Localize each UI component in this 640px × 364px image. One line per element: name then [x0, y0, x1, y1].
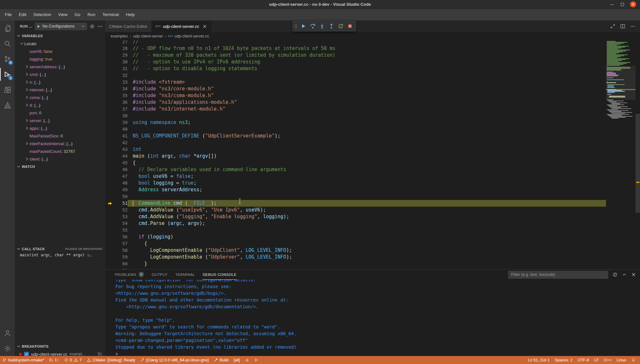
menu-view[interactable]: View [55, 9, 71, 21]
variable-server[interactable]: server: {...} [15, 117, 105, 124]
gutter-glyph-margin[interactable] [105, 92, 115, 99]
line-number[interactable]: 54 [115, 220, 128, 227]
scrollbar-slider[interactable] [636, 114, 640, 213]
activity-search[interactable] [0, 36, 15, 51]
activity-run-and-debug[interactable]: 1 [0, 67, 15, 82]
code-line-49[interactable]: 49 Address serverAddress; [105, 186, 606, 193]
code-line-32[interactable]: 32 [105, 72, 606, 79]
variable-n[interactable]: n: {...} [15, 78, 105, 86]
code-line-36[interactable]: 36#include "ns3/applications-module.h" [105, 99, 606, 106]
gutter-glyph-margin[interactable] [105, 59, 115, 65]
code-line-34[interactable]: 34#include "ns3/core-module.h" [105, 86, 606, 92]
gutter-glyph-margin[interactable] [105, 173, 115, 180]
status-encoding[interactable]: UTF-8 [575, 356, 591, 364]
status-git-branch[interactable]: buildsystem-cmake* [0, 356, 47, 364]
gutter-glyph-margin[interactable] [105, 40, 115, 45]
gutter-glyph-margin[interactable] [105, 126, 115, 133]
line-number[interactable]: 52 [115, 207, 128, 213]
line-number[interactable]: 34 [115, 86, 128, 92]
code-line-37[interactable]: 37#include "ns3/internet-module.h" [105, 106, 606, 112]
status-cmake-kit[interactable]: [Clang 12.0.0 x86_64-pc-linux-gnu] [138, 356, 211, 364]
code-line-41[interactable]: 41NS_LOG_COMPONENT_DEFINE ("UdpClientSer… [105, 133, 606, 139]
code-line-52[interactable]: 52 cmd.AddValue ("useIpv6", "Use Ipv6", … [105, 207, 606, 213]
breadcrumb-item-examples[interactable]: examples [111, 34, 128, 38]
gutter-glyph-margin[interactable] [105, 247, 115, 254]
line-number[interactable]: 27 [115, 40, 128, 45]
line-number[interactable]: 48 [115, 180, 128, 186]
debug-continue-button[interactable] [299, 22, 308, 31]
code-line-28[interactable]: 28// - UDP flow from n0 to n1 of 1024 by… [105, 45, 606, 52]
debug-step-out-button[interactable] [327, 22, 336, 31]
code-line-53[interactable]: 53 cmd.AddValue ("logging", "Enable logg… [105, 213, 606, 220]
code-line-30[interactable]: 30// - option to use IPv4 or IPv6 addres… [105, 59, 606, 65]
variable-maxpacketcount[interactable]: maxPacketCount: 32767 [15, 147, 105, 155]
gutter-glyph-margin[interactable] [105, 207, 115, 213]
gutter-glyph-margin[interactable] [105, 52, 115, 59]
clear-icon[interactable] [612, 272, 618, 277]
status-cmake-debug[interactable] [242, 356, 252, 364]
variable-cmd[interactable]: cmd: {...} [15, 70, 105, 78]
gutter-glyph-margin[interactable] [105, 180, 115, 186]
variable-client[interactable]: client: {...} [15, 155, 105, 163]
variable-d[interactable]: d: {...} [15, 101, 105, 109]
status-problems-status[interactable]: 07 [62, 356, 84, 364]
console-input-row[interactable]: > [115, 351, 640, 356]
line-number[interactable]: 39 [115, 119, 128, 126]
variable-csma[interactable]: csma: {...} [15, 94, 105, 101]
code-line-55[interactable]: 55 [105, 227, 606, 234]
line-number[interactable]: 36 [115, 99, 128, 106]
variables-section-header[interactable]: VARIABLES [15, 32, 105, 40]
status-cmake-target[interactable]: [all] [231, 356, 242, 364]
activity-cmake[interactable] [0, 97, 15, 113]
variables-scope-locals[interactable]: Locals [15, 40, 105, 47]
gutter-glyph-margin[interactable] [105, 112, 115, 119]
line-number[interactable]: 29 [115, 52, 128, 59]
breakpoint-checkbox[interactable] [24, 352, 29, 356]
gutter-glyph-margin[interactable] [105, 220, 115, 227]
code-line-50[interactable]: 50 [105, 193, 606, 200]
code-line-29[interactable]: 29// - maximum of 320 packets sent (or l… [105, 52, 606, 59]
gutter-glyph-margin[interactable] [105, 133, 115, 139]
debug-views-more-icon[interactable] [97, 24, 103, 29]
watch-section-header[interactable]: WATCH [15, 163, 105, 170]
panel-tab-terminal[interactable]: TERMINAL [175, 269, 195, 280]
close-button[interactable] [630, 1, 636, 7]
line-number[interactable]: 38 [115, 112, 128, 119]
gutter-glyph-margin[interactable] [105, 254, 115, 261]
line-number[interactable]: 44 [115, 153, 128, 160]
status-indentation[interactable]: Spaces: 2 [552, 356, 575, 364]
variable-serveraddress[interactable]: serverAddress: {...} [15, 63, 105, 70]
menu-file[interactable]: File [1, 9, 15, 21]
activity-explorer[interactable] [0, 21, 15, 36]
gutter-glyph-margin[interactable] [105, 261, 115, 267]
code-line-27[interactable]: 27// [105, 40, 606, 45]
code-line-59[interactable]: 59 LogComponentEnable ("UdpServer", LOG_… [105, 254, 606, 261]
line-number[interactable]: 47 [115, 173, 128, 180]
code-line-45[interactable]: 45{ [105, 160, 606, 166]
line-number[interactable]: 51 [115, 200, 128, 207]
gutter-glyph-margin[interactable] [105, 99, 115, 106]
code-line-54[interactable]: 54 cmd.Parse (argc, argv); [105, 220, 606, 227]
line-number[interactable]: 46 [115, 166, 128, 173]
line-number[interactable]: 53 [115, 213, 128, 220]
drag-handle-icon[interactable] [294, 23, 298, 29]
gutter-glyph-margin[interactable] [105, 79, 115, 86]
debug-stop-button[interactable] [345, 22, 354, 31]
line-number[interactable]: 55 [115, 227, 128, 234]
minimize-button[interactable] [610, 2, 615, 7]
line-number[interactable]: 56 [115, 234, 128, 240]
split-editor-icon[interactable] [620, 24, 625, 29]
breadcrumb-item-udp-client-server-cc[interactable]: C++udp-client-server.cc [168, 34, 209, 38]
code-line-47[interactable]: 47 bool useV6 = false; [105, 173, 606, 180]
code-line-31[interactable]: 31// - option to disable logging stateme… [105, 65, 606, 72]
code-line-56[interactable]: 56 if (logging) [105, 234, 606, 240]
activity-manage[interactable] [0, 341, 15, 356]
status-platform[interactable]: Linux [614, 356, 629, 364]
close-icon[interactable] [631, 272, 636, 277]
menu-selection[interactable]: Selection [30, 9, 55, 21]
gutter-glyph-margin[interactable] [105, 72, 115, 79]
line-number[interactable]: 59 [115, 254, 128, 261]
line-number[interactable]: 58 [115, 247, 128, 254]
gutter-glyph-margin[interactable] [105, 106, 115, 112]
gutter-glyph-margin[interactable] [105, 227, 115, 234]
